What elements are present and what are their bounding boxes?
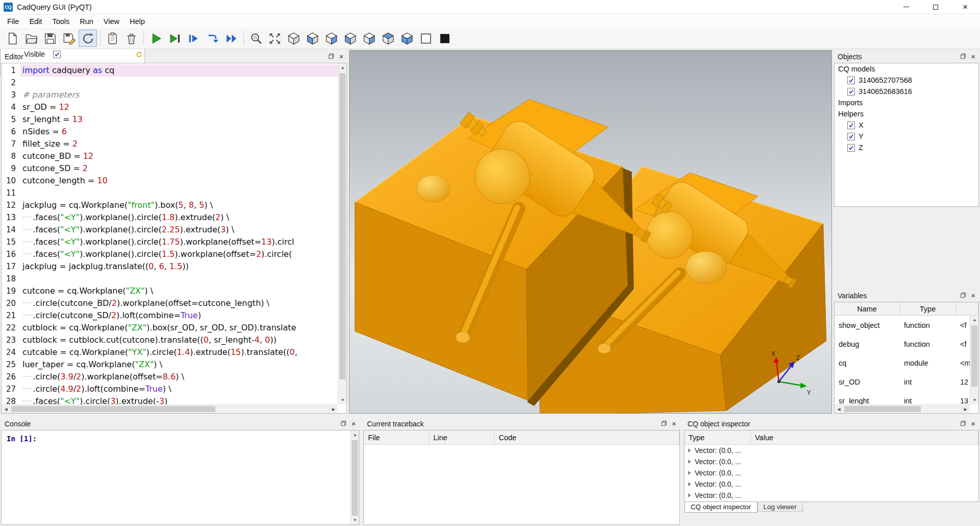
float-panel-icon[interactable] bbox=[661, 420, 667, 428]
autoreload-button[interactable] bbox=[79, 30, 97, 47]
scroll-up-icon[interactable]: ▲ bbox=[351, 431, 359, 439]
viewport[interactable]: X Z Y bbox=[349, 50, 832, 414]
code-line[interactable]: 18 bbox=[2, 273, 338, 285]
code-line[interactable]: 28····.faces("<Y").circle(3).extrude(-3) bbox=[2, 395, 338, 404]
code-line[interactable]: 1import cadquery as cq bbox=[2, 64, 338, 77]
console-area[interactable]: In [1]: ▲ ▼ bbox=[1, 430, 359, 525]
code-line[interactable]: 25luer_taper = cq.Workplane("ZX") \ bbox=[2, 358, 338, 371]
column-header[interactable]: File bbox=[364, 431, 429, 444]
code-line[interactable]: 17jackplug = jackplug.translate((0, 6, 1… bbox=[2, 260, 338, 273]
traceback-table-header[interactable]: FileLineCode bbox=[364, 431, 679, 445]
tree-group-helpers[interactable]: Helpers bbox=[835, 108, 978, 119]
close-panel-icon[interactable]: × bbox=[971, 420, 975, 427]
code-line[interactable]: 4sr_OD = 12 bbox=[2, 101, 338, 113]
editor-horizontal-scrollbar[interactable]: ◀ ▶ bbox=[2, 404, 338, 413]
code-line[interactable]: 24cutcable = cq.Workplane("YX").circle(1… bbox=[2, 346, 338, 358]
code-line[interactable]: 6nSides = 6 bbox=[2, 126, 338, 138]
close-panel-icon[interactable]: × bbox=[971, 53, 975, 60]
float-panel-icon[interactable] bbox=[960, 292, 966, 300]
step-button[interactable] bbox=[184, 30, 203, 47]
scroll-down-icon[interactable]: ▼ bbox=[338, 396, 347, 404]
code-line[interactable]: 15····.faces("<Y").workplane().circle(1.… bbox=[2, 236, 338, 248]
code-line[interactable]: 14····.faces("<Y").workplane().circle(2.… bbox=[2, 224, 338, 236]
expand-icon[interactable] bbox=[688, 493, 691, 497]
code-line[interactable]: 26····.circle(3.9/2).workplane(offset=8.… bbox=[2, 371, 338, 383]
search-button[interactable] bbox=[247, 30, 265, 47]
checkbox[interactable] bbox=[847, 88, 855, 95]
code-line[interactable]: 22cutblock = cq.Workplane("ZX").box(sr_O… bbox=[2, 322, 338, 334]
menu-edit[interactable]: Edit bbox=[24, 14, 47, 28]
code-line[interactable]: 13····.faces("<Y").workplane().circle(1.… bbox=[2, 211, 338, 224]
scroll-up-icon[interactable]: ▲ bbox=[338, 63, 347, 72]
maximize-button[interactable] bbox=[921, 0, 950, 14]
float-panel-icon[interactable] bbox=[340, 420, 347, 428]
variable-row[interactable]: cqmodule<m bbox=[835, 353, 978, 372]
wireframe-button[interactable] bbox=[416, 30, 435, 47]
inspector-row[interactable]: Vector: (0.0, ... bbox=[684, 479, 978, 490]
shaded-button[interactable] bbox=[435, 30, 454, 47]
checkbox[interactable] bbox=[847, 122, 855, 129]
column-header[interactable]: Name bbox=[835, 302, 900, 315]
variable-row[interactable]: show_objectfunction<f bbox=[835, 316, 978, 334]
new-file-button[interactable] bbox=[3, 30, 21, 47]
paste-button[interactable] bbox=[103, 30, 121, 47]
code-area[interactable]: 1import cadquery as cq23# parameters4sr_… bbox=[2, 63, 338, 404]
scroll-right-icon[interactable]: ▶ bbox=[961, 405, 970, 414]
continue-button[interactable] bbox=[222, 30, 240, 47]
scroll-left-icon[interactable]: ◀ bbox=[2, 405, 10, 414]
variables-table-header[interactable]: NameType bbox=[835, 302, 978, 316]
step-into-button[interactable] bbox=[203, 30, 222, 47]
scroll-left-icon[interactable]: ◀ bbox=[835, 405, 843, 414]
code-line[interactable]: 10cutcone_length = 10 bbox=[2, 175, 338, 187]
close-panel-icon[interactable]: × bbox=[672, 420, 676, 427]
scroll-down-icon[interactable]: ▼ bbox=[351, 516, 359, 524]
float-panel-icon[interactable] bbox=[328, 53, 334, 61]
code-line[interactable]: 5sr_lenght = 13 bbox=[2, 113, 338, 126]
tab-log-viewer[interactable]: Log viewer bbox=[757, 501, 803, 512]
column-header[interactable]: Code bbox=[495, 431, 679, 444]
variable-row[interactable]: sr_ODint12 bbox=[835, 372, 978, 391]
close-panel-icon[interactable]: × bbox=[351, 420, 356, 427]
tree-item[interactable]: 3140652707568 bbox=[835, 75, 978, 86]
debug-run-button[interactable] bbox=[165, 30, 184, 47]
view-front-button[interactable] bbox=[303, 30, 322, 47]
tree-item[interactable]: 3140652683616 bbox=[835, 86, 978, 97]
view-top-button[interactable] bbox=[379, 30, 397, 47]
variable-row[interactable]: debugfunction<f bbox=[835, 334, 978, 353]
float-panel-icon[interactable] bbox=[960, 420, 966, 428]
view-right-button[interactable] bbox=[360, 30, 378, 47]
code-line[interactable]: 20····.circle(cutcone_BD/2).workplane(of… bbox=[2, 297, 338, 309]
variables-vertical-scrollbar[interactable]: ▲ ▼ bbox=[970, 316, 978, 404]
code-line[interactable]: 16····.faces("<Y").workplane().circle(1.… bbox=[2, 248, 338, 260]
scroll-up-icon[interactable]: ▲ bbox=[970, 316, 979, 324]
scroll-right-icon[interactable]: ▶ bbox=[329, 405, 338, 414]
inspector-row[interactable]: Vector: (0.0, ... bbox=[684, 467, 978, 479]
fit-view-button[interactable] bbox=[265, 30, 284, 47]
tree-item[interactable]: Y bbox=[835, 131, 978, 142]
code-line[interactable]: 21····.circle(cutcone_SD/2).loft(combine… bbox=[2, 309, 338, 322]
code-line[interactable]: 11 bbox=[2, 187, 338, 199]
column-header[interactable] bbox=[956, 302, 978, 315]
editor-vertical-scrollbar[interactable]: ▲ ▼ bbox=[338, 63, 347, 404]
tab-cq-object-inspector[interactable]: CQ object inspector bbox=[684, 501, 757, 513]
inspector-row[interactable]: Vector: (0.0, ... bbox=[684, 456, 978, 467]
column-header[interactable]: Line bbox=[429, 431, 495, 444]
column-header[interactable]: Type bbox=[684, 431, 751, 444]
scroll-down-icon[interactable]: ▼ bbox=[970, 396, 979, 404]
code-line[interactable]: 9cutcone_SD = 2 bbox=[2, 162, 338, 175]
save-button[interactable] bbox=[41, 30, 59, 47]
close-panel-icon[interactable]: × bbox=[971, 292, 975, 299]
code-line[interactable]: 23cutblock = cutblock.cut(cutcone).trans… bbox=[2, 334, 338, 346]
menu-run[interactable]: Run bbox=[75, 14, 99, 28]
menu-file[interactable]: File bbox=[2, 14, 24, 28]
open-file-button[interactable] bbox=[22, 30, 40, 47]
float-panel-icon[interactable] bbox=[960, 53, 966, 61]
code-line[interactable]: 2 bbox=[2, 77, 338, 89]
delete-button[interactable] bbox=[122, 30, 140, 47]
code-line[interactable]: 27····.circle(4.9/2).loft(combine=True) … bbox=[2, 383, 338, 395]
console-vertical-scrollbar[interactable]: ▲ ▼ bbox=[350, 431, 359, 524]
inspector-row[interactable]: Vector: (0.0, ... bbox=[684, 490, 978, 501]
expand-icon[interactable] bbox=[688, 448, 691, 452]
menu-help[interactable]: Help bbox=[125, 14, 150, 28]
tree-group-cq-models[interactable]: CQ models bbox=[835, 63, 978, 75]
